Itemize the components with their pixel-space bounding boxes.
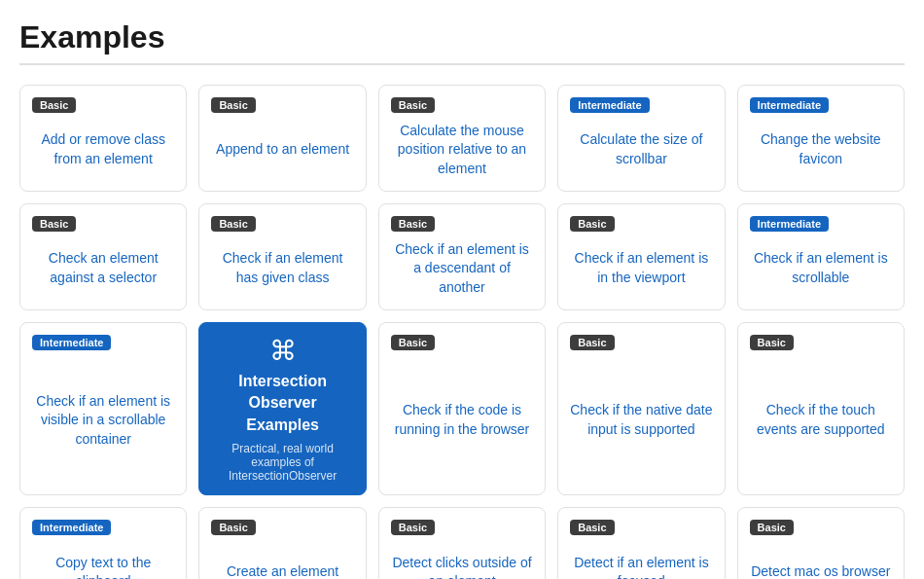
card-badge: Intermediate bbox=[750, 216, 829, 232]
card-badge: Basic bbox=[750, 335, 794, 350]
card-4[interactable]: Intermediate Calculate the size of scrol… bbox=[557, 85, 725, 192]
card-badge: Basic bbox=[391, 216, 435, 232]
card-title: Check if an element has given class bbox=[211, 239, 353, 298]
card-1[interactable]: Basic Add or remove class from an elemen… bbox=[19, 85, 187, 192]
card-2[interactable]: Basic Append to an element bbox=[198, 85, 366, 192]
card-badge: Basic bbox=[570, 216, 614, 232]
card-title: Calculate the size of scrollbar bbox=[570, 121, 712, 179]
card-title: Detect clicks outside of an element bbox=[391, 543, 533, 579]
card-7[interactable]: Basic Check if an element has given clas… bbox=[198, 203, 366, 310]
card-9[interactable]: Basic Check if an element is in the view… bbox=[557, 203, 725, 310]
examples-grid: Basic Add or remove class from an elemen… bbox=[19, 85, 905, 579]
card-badge: Intermediate bbox=[32, 520, 111, 535]
card-badge: Intermediate bbox=[750, 97, 829, 113]
card-badge: Basic bbox=[32, 97, 76, 113]
card-title: Check if an element is in the viewport bbox=[570, 239, 712, 298]
card-13[interactable]: Basic Check if the code is running in th… bbox=[378, 322, 546, 495]
card-title: Create an element bbox=[211, 543, 353, 579]
card-20[interactable]: Basic Detect mac os browser bbox=[737, 507, 905, 579]
card-badge: Basic bbox=[750, 520, 794, 535]
card-badge: Basic bbox=[391, 335, 435, 350]
card-subtitle: Practical, real world examples of Inters… bbox=[211, 442, 353, 483]
card-19[interactable]: Basic Detect if an element is focused bbox=[557, 507, 725, 579]
card-title: Check if the touch events are supported bbox=[750, 358, 892, 483]
card-6[interactable]: Basic Check an element against a selecto… bbox=[19, 203, 187, 310]
card-title: Change the website favicon bbox=[750, 121, 892, 179]
card-5[interactable]: Intermediate Change the website favicon bbox=[737, 85, 905, 192]
title-divider bbox=[19, 63, 905, 65]
card-badge: Intermediate bbox=[32, 335, 111, 350]
card-title: Append to an element bbox=[211, 121, 353, 179]
card-title: Check an element against a selector bbox=[32, 239, 174, 298]
card-title: Check if the native date input is suppor… bbox=[570, 358, 712, 483]
card-title: Check if the code is running in the brow… bbox=[391, 358, 533, 483]
card-title: Add or remove class from an element bbox=[32, 121, 174, 179]
card-badge: Basic bbox=[570, 335, 614, 350]
card-title: Check if an element is scrollable bbox=[750, 239, 892, 298]
card-title: Calculate the mouse position relative to… bbox=[391, 121, 533, 179]
card-12[interactable]: ⌘ Intersection Observer Examples Practic… bbox=[198, 322, 366, 495]
card-badge: Basic bbox=[570, 520, 614, 535]
card-badge: Basic bbox=[211, 520, 255, 535]
card-17[interactable]: Basic Create an element bbox=[198, 507, 366, 579]
page-title: Examples bbox=[19, 19, 905, 55]
card-11[interactable]: Intermediate Check if an element is visi… bbox=[19, 322, 187, 495]
card-3[interactable]: Basic Calculate the mouse position relat… bbox=[378, 85, 546, 192]
card-14[interactable]: Basic Check if the native date input is … bbox=[557, 322, 725, 495]
card-badge: Intermediate bbox=[570, 97, 649, 113]
card-title: Detect mac os browser bbox=[750, 543, 892, 579]
card-10[interactable]: Intermediate Check if an element is scro… bbox=[737, 203, 905, 310]
card-title: Intersection Observer Examples bbox=[211, 371, 353, 436]
card-special-icon: ⌘ bbox=[211, 335, 353, 367]
card-8[interactable]: Basic Check if an element is a descendan… bbox=[378, 203, 546, 310]
card-title: Detect if an element is focused bbox=[570, 543, 712, 579]
card-16[interactable]: Intermediate Copy text to the clipboard bbox=[19, 507, 187, 579]
card-badge: Basic bbox=[211, 216, 255, 232]
card-badge: Basic bbox=[391, 520, 435, 535]
card-18[interactable]: Basic Detect clicks outside of an elemen… bbox=[378, 507, 546, 579]
card-badge: Basic bbox=[391, 97, 435, 113]
card-badge: Basic bbox=[32, 216, 76, 232]
card-title: Check if an element is a descendant of a… bbox=[391, 239, 533, 298]
card-15[interactable]: Basic Check if the touch events are supp… bbox=[737, 322, 905, 495]
card-title: Copy text to the clipboard bbox=[32, 543, 174, 579]
card-title: Check if an element is visible in a scro… bbox=[32, 358, 174, 483]
card-badge: Basic bbox=[211, 97, 255, 113]
